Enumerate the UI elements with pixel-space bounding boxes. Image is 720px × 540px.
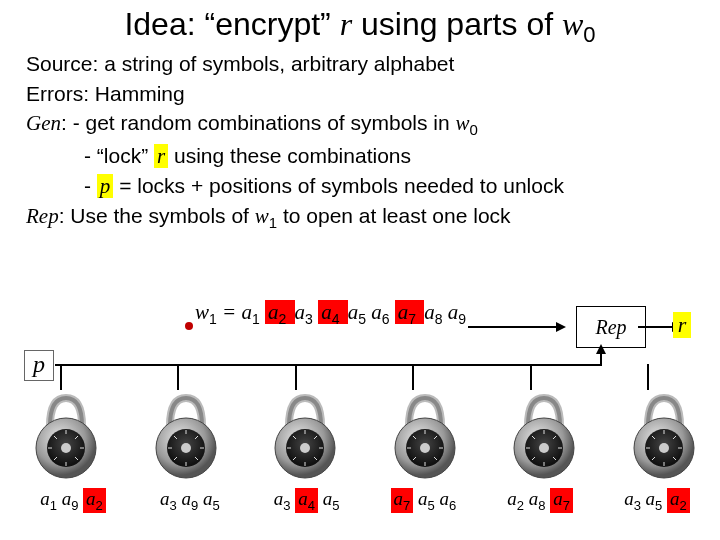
w1-token: a5 xyxy=(348,300,372,324)
lock-icon xyxy=(628,390,700,480)
r-output: r xyxy=(668,310,696,340)
arrow-w1-to-rep xyxy=(468,326,558,328)
w1-token: a4 xyxy=(318,300,348,324)
rep-box: Rep xyxy=(576,306,646,348)
p-horizontal-line xyxy=(55,364,600,366)
arrow-head-rep-in xyxy=(556,322,566,332)
vline-lock-3 xyxy=(295,364,297,390)
lock-label: a1 a9 a2 xyxy=(26,488,120,513)
svg-point-35 xyxy=(420,443,430,453)
w1-token: a3 xyxy=(295,300,319,324)
w1-token: a8 xyxy=(424,300,448,324)
slide-title: Idea: “encrypt” r using parts of w0 xyxy=(0,6,720,48)
errors-line: Errors: Hamming xyxy=(26,80,694,107)
red-dot xyxy=(185,322,193,330)
source-line: Source: a string of symbols, arbitrary a… xyxy=(26,50,694,77)
gen-line-1: Gen: - get random combinations of symbol… xyxy=(26,109,694,140)
lock-icon xyxy=(508,390,580,480)
svg-point-2 xyxy=(61,443,71,453)
w1-equation: w1 = a1 a2 a3 a4 a5 a6 a7 a8 a9 xyxy=(195,300,466,327)
vline-lock-4 xyxy=(412,364,414,390)
w1-token: a2 xyxy=(265,300,295,324)
arrow-head-p-up xyxy=(596,344,606,354)
svg-point-46 xyxy=(539,443,549,453)
gen-line-3: - p = locks + positions of symbols neede… xyxy=(84,172,694,200)
body: Source: a string of symbols, arbitrary a… xyxy=(26,50,694,233)
svg-point-13 xyxy=(181,443,191,453)
p-label: p xyxy=(24,350,54,381)
vline-lock-6 xyxy=(647,364,649,390)
vline-lock-1 xyxy=(60,364,62,390)
lock-icon xyxy=(269,390,341,480)
lock-label: a3 a4 a5 xyxy=(260,488,354,513)
rep-line: Rep: Use the symbols of w1 to open at le… xyxy=(26,202,694,233)
lock-icon xyxy=(150,390,222,480)
lock-icon xyxy=(389,390,461,480)
diagram: w1 = a1 a2 a3 a4 a5 a6 a7 a8 a9 Rep r p xyxy=(20,300,710,530)
lock-label: a2 a8 a7 xyxy=(493,488,587,513)
w1-token: a1 xyxy=(241,300,265,324)
lock-label: a3 a5 a2 xyxy=(610,488,704,513)
lock-label: a3 a9 a5 xyxy=(143,488,237,513)
w1-token: a7 xyxy=(395,300,425,324)
w1-token: a9 xyxy=(448,300,466,324)
lock-icon xyxy=(30,390,102,480)
lock-labels-row: a1 a9 a2 a3 a9 a5 a3 a4 a5 a7 a5 a6 a2 a… xyxy=(20,488,710,513)
vline-lock-5 xyxy=(530,364,532,390)
locks-row xyxy=(20,390,710,485)
svg-point-57 xyxy=(659,443,669,453)
w1-token: a6 xyxy=(371,300,395,324)
vline-lock-2 xyxy=(177,364,179,390)
svg-point-24 xyxy=(300,443,310,453)
lock-label: a7 a5 a6 xyxy=(376,488,470,513)
gen-line-2: - “lock” r using these combinations xyxy=(84,142,694,170)
